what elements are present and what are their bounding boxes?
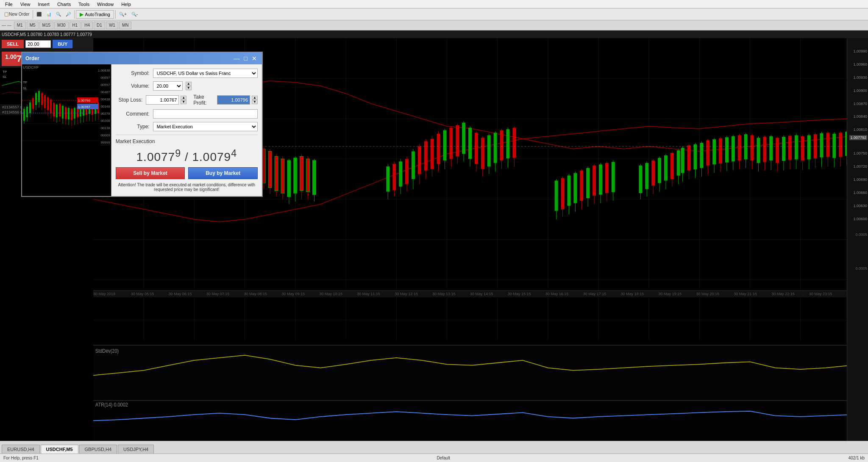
svg-rect-190 (719, 138, 722, 163)
tf-d1[interactable]: D1 (94, 22, 105, 29)
svg-rect-204 (763, 137, 766, 162)
price-level-2: 1.00960 (853, 62, 867, 66)
sl-increment-button[interactable]: ▲ (181, 96, 186, 100)
svg-rect-198 (744, 134, 748, 159)
svg-rect-184 (700, 143, 703, 168)
volume-decrement-button[interactable]: ▼ (186, 86, 192, 90)
sell-button[interactable]: SELL (2, 40, 24, 48)
menu-window[interactable]: Window (94, 1, 117, 8)
tab-gbpusd-h4[interactable]: GBPUSD,H4 (79, 445, 117, 454)
svg-rect-100 (313, 160, 316, 195)
svg-rect-246 (26, 107, 28, 117)
zoom-out-button[interactable]: 🔍- (129, 10, 140, 19)
type-select[interactable]: Market Execution Pending Order (153, 122, 258, 131)
sell-price-main: 1.00 (5, 53, 17, 60)
sl-decrement-button[interactable]: ▼ (181, 100, 186, 104)
tab-usdchf-m5[interactable]: USDCHF,M5 (41, 445, 78, 454)
price-level-3: 1.00930 (853, 75, 867, 80)
tp-decrement-button[interactable]: ▼ (252, 100, 258, 104)
toolbar: 📋 New Order ⬛ 📊 🔍 🔎 ▶ AutoTrading 🔍+ 🔍- (0, 8, 868, 20)
tf-mn[interactable]: MN (119, 22, 132, 29)
svg-rect-234 (93, 401, 851, 441)
price-level-4: 1.00900 (853, 89, 867, 93)
sell-buy-row: SELL BUY (0, 38, 93, 50)
sell-by-market-button[interactable]: Sell by Market (116, 167, 185, 179)
chart-area: USDCHF,M5 1.00780 1.00783 1.00777 1.0077… (0, 30, 868, 441)
svg-rect-276 (71, 109, 72, 120)
svg-rect-162 (612, 162, 615, 192)
price-separator: / (185, 150, 192, 163)
tf-w1[interactable]: W1 (106, 22, 118, 29)
buy-button[interactable]: BUY (53, 40, 72, 48)
tf-h1[interactable]: H1 (70, 22, 81, 29)
autotrading-button[interactable]: ▶ AutoTrading (76, 10, 114, 19)
bottom-tabs: EURUSD,H4 USDCHF,M5 GBPUSD,H4 USDJPY,H4 (0, 441, 868, 454)
tab-eurusd-h4[interactable]: EURUSD,H4 (2, 445, 40, 454)
svg-rect-152 (580, 171, 583, 201)
tf-m1[interactable]: M1 (14, 22, 26, 29)
svg-rect-154 (586, 168, 590, 198)
svg-rect-102 (386, 166, 389, 191)
time-label-19: 30 May 23:15 (809, 292, 832, 296)
time-label-2: 30 May 06:15 (169, 292, 192, 296)
symbol-select[interactable]: USDCHF, US Dollar vs Swiss Franc (153, 69, 258, 78)
price-level-9: 1.00720 (853, 164, 867, 169)
tf-m30[interactable]: M30 (54, 22, 68, 29)
stop-loss-input[interactable] (146, 95, 179, 105)
dialog-close-button[interactable]: ✕ (250, 55, 259, 62)
svg-rect-164 (639, 166, 642, 193)
dialog-minimize-button[interactable]: — (232, 55, 242, 62)
svg-rect-206 (769, 136, 773, 160)
tab-usdjpy-h4[interactable]: USDJPY,H4 (118, 445, 154, 454)
zoom-in-button[interactable]: 🔍+ (117, 10, 129, 19)
svg-rect-156 (593, 166, 596, 196)
time-label-4: 30 May 08:15 (244, 292, 267, 296)
svg-rect-160 (605, 163, 609, 193)
svg-rect-120 (443, 130, 446, 160)
tf-bar-label: — — (2, 23, 11, 28)
volume-input-panel[interactable] (25, 40, 51, 48)
svg-rect-182 (693, 144, 697, 169)
tf-m15[interactable]: M15 (39, 22, 53, 29)
svg-rect-124 (456, 125, 459, 157)
toolbar-btn-1[interactable]: ⬛ (34, 10, 44, 19)
play-icon: ▶ (80, 11, 83, 17)
svg-rect-258 (44, 95, 46, 108)
menu-charts[interactable]: Charts (54, 1, 74, 8)
tf-m5[interactable]: M5 (27, 22, 39, 29)
toolbar-btn-4[interactable]: 🔎 (64, 10, 73, 19)
toolbar-btn-3[interactable]: 🔍 (54, 10, 63, 19)
dialog-maximize-button[interactable]: □ (242, 55, 249, 62)
time-label-11: 30 May 15:15 (508, 292, 531, 296)
volume-increment-button[interactable]: ▲ (186, 82, 192, 86)
buy-by-market-button[interactable]: Buy by Market (188, 167, 258, 179)
tp-increment-button[interactable]: ▲ (252, 96, 258, 100)
volume-select[interactable]: 20.00 1.00 5.00 10.00 (153, 81, 183, 91)
new-order-button[interactable]: 📋 New Order (2, 10, 31, 19)
comment-input[interactable] (153, 109, 258, 119)
time-label-10: 30 May 14:15 (470, 292, 493, 296)
svg-rect-222 (820, 133, 823, 158)
svg-rect-148 (567, 176, 570, 206)
sl-tp-row: Stop Loss: ▲ ▼ Take Profit: ▲ ▼ (116, 94, 258, 106)
timeframe-bar: — — M1 M5 M15 M30 H1 H4 D1 W1 MN (0, 20, 868, 30)
market-exec-header: Market Execution (116, 138, 258, 144)
svg-text:ATR(14) 0.0002: ATR(14) 0.0002 (95, 401, 128, 408)
toolbar-btn-2[interactable]: 📊 (44, 10, 53, 19)
menu-view[interactable]: View (17, 1, 34, 8)
svg-rect-110 (412, 151, 415, 179)
price-level-11: 1.00660 (853, 191, 867, 195)
svg-rect-218 (807, 135, 811, 159)
menu-file[interactable]: File (2, 1, 16, 8)
time-label-8: 30 May 12:15 (395, 292, 418, 296)
svg-rect-268 (59, 104, 61, 116)
svg-rect-170 (658, 158, 661, 183)
menu-tools[interactable]: Tools (75, 1, 93, 8)
svg-rect-132 (481, 138, 484, 169)
svg-rect-144 (555, 180, 558, 210)
menu-help[interactable]: Help (118, 1, 134, 8)
take-profit-input[interactable] (217, 95, 250, 105)
menu-insert[interactable]: Insert (34, 1, 53, 8)
svg-text:StdDev(20): StdDev(20) (95, 348, 119, 354)
tf-h4[interactable]: H4 (81, 22, 93, 29)
